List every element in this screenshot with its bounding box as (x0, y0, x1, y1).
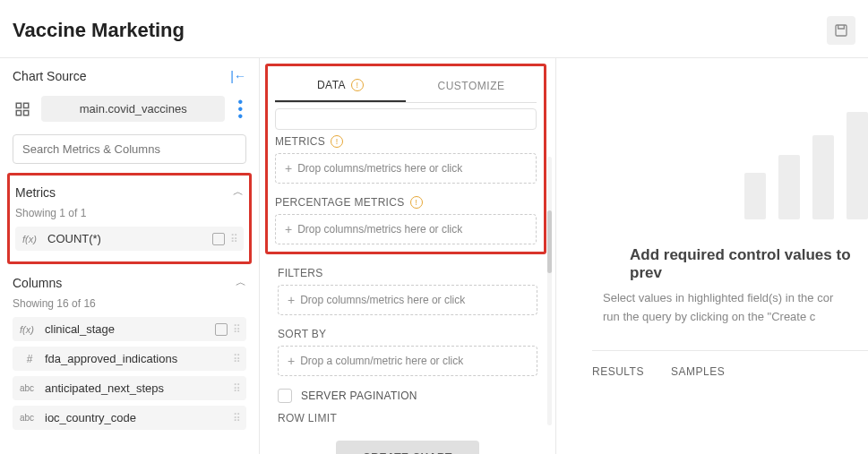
plus-icon: + (288, 293, 295, 307)
svg-rect-4 (24, 110, 29, 115)
placeholder-bar (812, 135, 834, 219)
dropzone-text: Drop columns/metrics here or click (297, 162, 462, 175)
page-title: Vaccine Marketing (13, 19, 185, 42)
svg-rect-2 (24, 103, 29, 107)
tab-data-label: DATA (317, 79, 346, 91)
type-fx-icon: f(x) (20, 324, 39, 335)
svg-rect-1 (16, 103, 21, 107)
metrics-config-text: METRICS (275, 135, 325, 148)
pct-metrics-dropzone[interactable]: + Drop columns/metrics here or click (275, 214, 537, 244)
tab-data[interactable]: DATA ! (275, 70, 406, 102)
tab-customize[interactable]: CUSTOMIZE (406, 70, 537, 102)
metric-item[interactable]: f(x) COUNT(*) ⠿ (15, 227, 244, 251)
info-icon[interactable]: ! (351, 79, 364, 91)
preview-sub-line1: Select values in highlighted field(s) in… (603, 291, 833, 304)
type-fx-icon: f(x) (22, 234, 42, 244)
dropzone-text: Drop columns/metrics here or click (297, 223, 462, 236)
server-pagination-checkbox[interactable] (278, 389, 292, 403)
config-scrollbar[interactable] (547, 157, 552, 425)
column-detail-icon[interactable] (215, 323, 228, 336)
plus-icon: + (285, 161, 292, 176)
chevron-up-icon[interactable]: ︿ (236, 275, 246, 290)
scrollbar-thumb[interactable] (547, 210, 552, 273)
placeholder-bar (847, 112, 868, 219)
metrics-heading: Metrics (15, 185, 56, 200)
metrics-config-label: METRICS ! (275, 135, 537, 148)
search-input[interactable] (13, 134, 246, 164)
server-pagination-label: SERVER PAGINATION (301, 390, 417, 402)
preview-sub-line2: run the query by clicking on the "Create… (603, 310, 815, 323)
data-tab-highlight: DATA ! CUSTOMIZE METRICS ! + Drop column… (265, 64, 546, 254)
config-panel: DATA ! CUSTOMIZE METRICS ! + Drop column… (260, 58, 555, 454)
plus-icon: + (288, 354, 295, 368)
placeholder-bar (744, 173, 766, 219)
column-item[interactable]: f(x) clinical_stage ⠿ (13, 317, 246, 341)
metrics-count: Showing 1 of 1 (15, 207, 244, 219)
drag-handle-icon[interactable]: ⠿ (233, 412, 239, 424)
metrics-section-highlight: Metrics ︿ Showing 1 of 1 f(x) COUNT(*) ⠿ (7, 173, 252, 264)
preview-subtitle: Select values in highlighted field(s) in… (603, 289, 868, 327)
preview-panel: Add required control values to prev Sele… (555, 58, 868, 454)
column-name: anticipated_next_steps (45, 381, 228, 395)
samples-tab[interactable]: SAMPLES (671, 365, 725, 378)
metric-detail-icon[interactable] (212, 233, 225, 245)
chart-source-label: Chart Source (13, 69, 86, 83)
column-item[interactable]: abc ioc_country_code ⠿ (13, 406, 246, 430)
dropzone-text: Drop columns/metrics here or click (300, 294, 465, 306)
pct-metrics-label: PERCENTAGE METRICS ! (275, 196, 537, 209)
pct-metrics-text: PERCENTAGE METRICS (275, 196, 405, 209)
row-limit-label: ROW LIMIT (278, 412, 537, 424)
drag-handle-icon[interactable]: ⠿ (233, 323, 239, 336)
info-icon[interactable]: ! (331, 135, 343, 148)
filters-label: FILTERS (278, 267, 537, 279)
create-chart-button[interactable]: CREATE CHART (336, 441, 479, 454)
svg-rect-3 (16, 110, 21, 115)
spacer-drop (275, 108, 537, 130)
drag-handle-icon[interactable]: ⠿ (233, 353, 239, 365)
collapse-sidebar-icon[interactable]: |← (230, 69, 246, 83)
column-name: fda_approved_indications (45, 352, 228, 365)
sortby-dropzone[interactable]: + Drop a column/metric here or click (278, 346, 537, 376)
filters-dropzone[interactable]: + Drop columns/metrics here or click (278, 285, 537, 315)
dropzone-text: Drop a column/metric here or click (300, 355, 463, 367)
save-icon (834, 23, 848, 38)
results-tab[interactable]: RESULTS (592, 365, 644, 378)
plus-icon: + (285, 222, 292, 236)
svg-rect-0 (836, 25, 847, 36)
preview-title: Add required control values to prev (630, 246, 868, 282)
dataset-selector[interactable]: main.covid_vaccines (41, 96, 225, 122)
drag-handle-icon[interactable]: ⠿ (230, 233, 236, 245)
sidebar: Chart Source |← main.covid_vaccines ••• … (0, 58, 260, 454)
columns-heading: Columns (13, 276, 62, 290)
placeholder-chart (744, 112, 868, 219)
drag-handle-icon[interactable]: ⠿ (233, 382, 239, 395)
dataset-grid-icon (13, 99, 32, 119)
columns-count: Showing 16 of 16 (13, 297, 246, 310)
column-item[interactable]: # fda_approved_indications ⠿ (13, 347, 246, 371)
save-icon-button[interactable] (827, 16, 855, 45)
dataset-menu-icon[interactable]: ••• (234, 99, 246, 119)
chevron-up-icon[interactable]: ︿ (233, 184, 244, 200)
column-name: ioc_country_code (45, 411, 228, 424)
placeholder-bar (778, 155, 800, 219)
type-string-icon: abc (20, 413, 39, 423)
metrics-dropzone[interactable]: + Drop columns/metrics here or click (275, 153, 537, 184)
column-item[interactable]: abc anticipated_next_steps ⠿ (13, 376, 246, 400)
type-number-icon: # (20, 353, 39, 365)
sortby-label: SORT BY (278, 328, 537, 340)
column-name: clinical_stage (45, 322, 210, 336)
info-icon[interactable]: ! (410, 196, 423, 209)
type-string-icon: abc (20, 383, 39, 393)
metric-name: COUNT(*) (47, 232, 207, 245)
